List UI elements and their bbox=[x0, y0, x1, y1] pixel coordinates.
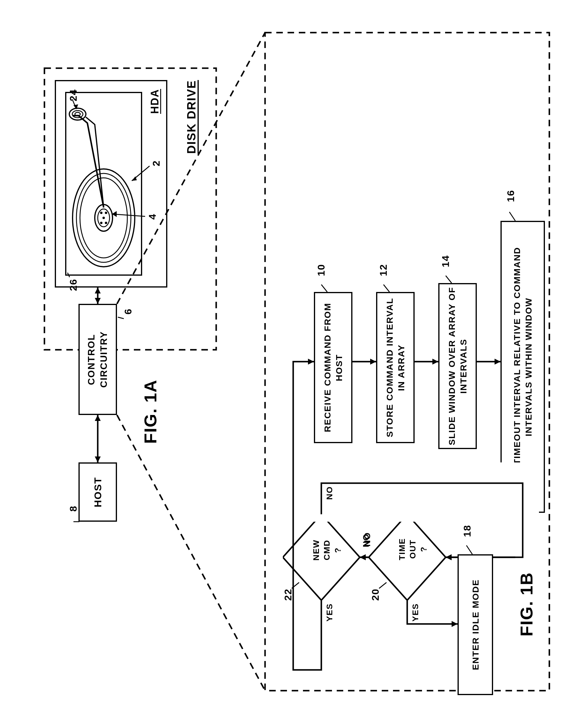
ref-8: 8 bbox=[67, 505, 80, 512]
ref-2: 2 bbox=[149, 160, 163, 166]
svg-marker-32 bbox=[404, 470, 410, 476]
control-circuitry-label: CONTROL CIRCUITRY bbox=[85, 305, 110, 414]
disk-drive-title: DISK DRIVE bbox=[184, 80, 199, 154]
ref-18: 18 bbox=[461, 525, 474, 537]
ref-24: 24 bbox=[67, 89, 80, 101]
ref-4: 4 bbox=[146, 213, 159, 219]
step-14-label: SLIDE WINDOW OVER ARRAY OF INTERVALS bbox=[446, 284, 469, 448]
svg-marker-22 bbox=[95, 457, 101, 462]
ref-20: 20 bbox=[369, 589, 382, 601]
step-12-box: STORE COMMAND INTERVAL IN ARRAY bbox=[376, 292, 415, 443]
svg-marker-25 bbox=[370, 359, 376, 365]
hda-lineart-frame bbox=[65, 92, 142, 276]
ref-22: 22 bbox=[281, 589, 295, 601]
step-10-box: RECEIVE COMMAND FROM HOST bbox=[314, 292, 353, 443]
host-box: HOST bbox=[79, 462, 117, 522]
svg-marker-30 bbox=[446, 554, 452, 560]
decision-20-label: TIME OUT ? bbox=[397, 538, 429, 560]
fig-1a-caption: FIG. 1A bbox=[139, 380, 161, 444]
svg-marker-40 bbox=[446, 554, 452, 560]
step-16-box: SET TIMEOUT INTERVAL RELATIVE TO COMMAND… bbox=[500, 221, 545, 513]
svg-marker-41 bbox=[452, 621, 457, 627]
step-10-label: RECEIVE COMMAND FROM HOST bbox=[322, 293, 345, 442]
step-14-box: SLIDE WINDOW OVER ARRAY OF INTERVALS bbox=[438, 283, 477, 449]
ref-26: 26 bbox=[67, 279, 80, 291]
step-12-label: STORE COMMAND INTERVAL IN ARRAY bbox=[384, 293, 407, 442]
step-18-label: ENTER IDLE MODE bbox=[470, 579, 481, 670]
fig-1b-caption: FIG. 1B bbox=[515, 572, 537, 636]
svg-marker-18 bbox=[95, 288, 101, 293]
host-label: HOST bbox=[91, 477, 104, 507]
svg-marker-27 bbox=[433, 359, 438, 365]
ref-12: 12 bbox=[377, 264, 390, 276]
ref-10: 10 bbox=[314, 264, 328, 276]
svg-marker-44 bbox=[308, 359, 314, 365]
svg-marker-43 bbox=[360, 554, 366, 560]
dec20-no-final: NO bbox=[361, 534, 371, 547]
ref-6: 6 bbox=[121, 308, 135, 314]
svg-marker-21 bbox=[95, 415, 101, 421]
step-16-label: SET TIMEOUT INTERVAL RELATIVE TO COMMAND… bbox=[511, 222, 534, 512]
svg-marker-36 bbox=[360, 554, 366, 560]
dec20-yes-final: YES bbox=[410, 603, 421, 622]
ref-14: 14 bbox=[439, 255, 452, 267]
svg-rect-39 bbox=[515, 513, 533, 563]
control-circuitry-box: CONTROL CIRCUITRY bbox=[79, 304, 117, 415]
decision-22-label: NEW CMD ? bbox=[311, 540, 343, 561]
svg-marker-29 bbox=[495, 359, 500, 365]
ref-16: 16 bbox=[504, 190, 517, 202]
svg-marker-19 bbox=[95, 298, 101, 304]
hda-title: HDA bbox=[148, 89, 162, 114]
dec22-yes-final: YES bbox=[324, 603, 335, 622]
step-18-box: ENTER IDLE MODE bbox=[457, 554, 493, 695]
